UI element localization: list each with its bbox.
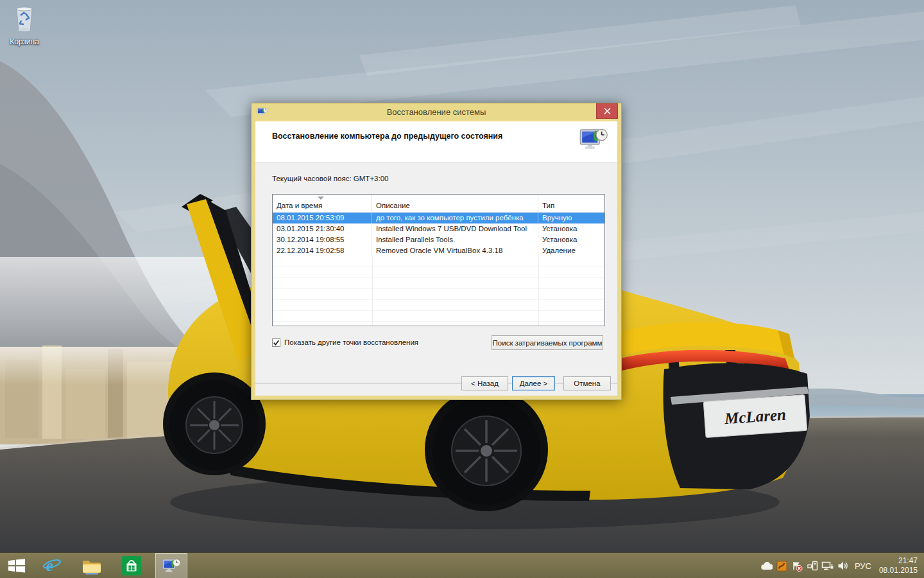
start-button[interactable] — [0, 553, 33, 578]
scan-affected-programs-button[interactable]: Поиск затрагиваемых программ — [492, 335, 603, 350]
folder-icon — [81, 557, 102, 575]
store-icon — [122, 556, 141, 575]
dialog-header-band: Восстановление компьютера до предыдущего… — [255, 121, 617, 162]
column-header-description[interactable]: Описание — [372, 195, 538, 213]
checkbox-label: Показать другие точки восстановления — [284, 338, 418, 346]
taskbar-windows-store[interactable] — [116, 553, 148, 578]
internet-explorer-icon: e — [42, 556, 62, 575]
license-plate: McLaren — [703, 394, 807, 437]
cancel-button[interactable]: Отмена — [563, 376, 611, 390]
table-row[interactable]: 08.01.2015 20:53:09 до того, как зо комп… — [273, 213, 604, 223]
dialog-content: Восстановление компьютера до предыдущего… — [255, 121, 617, 396]
recycle-bin-icon — [12, 4, 37, 33]
windows-logo-icon — [8, 559, 26, 573]
checkbox-box[interactable] — [272, 338, 280, 347]
table-row[interactable]: 22.12.2014 19:02:58 Removed Oracle VM Vi… — [273, 245, 604, 256]
clock-date: 08.01.2015 — [879, 566, 918, 575]
svg-text:e: e — [46, 556, 53, 574]
taskbar: e — [0, 552, 924, 578]
table-row[interactable]: 03.01.2015 21:30:40 Installed Windows 7 … — [273, 223, 604, 234]
restore-points-table: Дата и время Описание Тип 08.01.2015 20:… — [272, 194, 605, 326]
desktop: McLaren Корзина — [0, 0, 924, 578]
close-button[interactable] — [596, 103, 618, 119]
dialog-title: Восстановление системы — [252, 107, 621, 117]
column-header-type[interactable]: Тип — [538, 195, 606, 213]
timezone-label: Текущий часовой пояс: GMT+3:00 — [272, 175, 388, 182]
recycle-bin-label: Корзина — [6, 37, 42, 46]
dialog-titlebar: Восстановление системы — [252, 103, 621, 121]
table-row[interactable]: 30.12.2014 19:08:55 Installed Parallels … — [273, 234, 604, 245]
safely-remove-hardware-icon[interactable] — [805, 553, 820, 578]
system-restore-icon — [162, 557, 181, 575]
sort-arrow-icon — [318, 197, 324, 200]
system-restore-large-icon — [579, 127, 608, 153]
language-indicator[interactable]: РУС — [851, 553, 875, 578]
close-icon — [604, 108, 611, 114]
network-status-icon[interactable] — [820, 553, 835, 578]
recycle-bin-shortcut[interactable]: Корзина — [6, 4, 42, 46]
show-more-restore-points-checkbox[interactable]: Показать другие точки восстановления — [272, 337, 418, 348]
orange-app-tray-icon[interactable] — [774, 553, 789, 578]
back-button[interactable]: < Назад — [461, 376, 508, 390]
taskbar-system-restore-active[interactable] — [155, 553, 187, 578]
column-header-date[interactable]: Дата и время — [273, 195, 372, 213]
system-restore-dialog: Восстановление системы Восстановление ко… — [251, 103, 622, 400]
volume-icon[interactable] — [835, 553, 851, 578]
checkmark-icon — [273, 339, 280, 346]
onedrive-cloud-icon[interactable] — [758, 553, 774, 578]
table-body: 08.01.2015 20:53:09 до того, как зо комп… — [273, 213, 604, 326]
taskbar-file-explorer[interactable] — [76, 553, 108, 578]
next-button[interactable]: Далее > — [512, 376, 555, 390]
clock[interactable]: 21:47 08.01.2015 — [875, 553, 924, 578]
table-header: Дата и время Описание Тип — [273, 195, 604, 213]
clock-time: 21:47 — [898, 556, 918, 566]
action-center-flag-icon[interactable] — [789, 553, 805, 578]
taskbar-internet-explorer[interactable]: e — [36, 553, 68, 578]
dialog-heading: Восстановление компьютера до предыдущего… — [272, 132, 502, 141]
system-tray: РУС 21:47 08.01.2015 — [758, 553, 924, 578]
